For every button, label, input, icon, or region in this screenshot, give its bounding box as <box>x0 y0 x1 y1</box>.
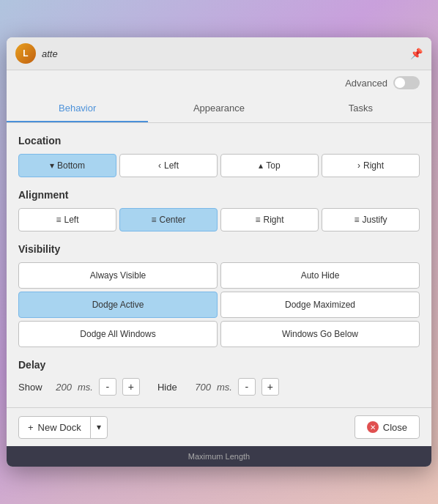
close-button[interactable]: ✕ Close <box>355 415 420 439</box>
show-unit: ms. <box>78 382 93 393</box>
show-minus-button[interactable]: - <box>99 378 116 396</box>
tab-tasks[interactable]: Tasks <box>290 95 431 122</box>
alignment-title: Alignment <box>18 189 420 201</box>
app-title: atte <box>42 48 58 59</box>
visibility-dodge-maximized-button[interactable]: Dodge Maximized <box>220 292 420 318</box>
visibility-always-visible-button[interactable]: Always Visible <box>18 262 218 289</box>
location-bottom-button[interactable]: ▾ Bottom <box>18 154 116 177</box>
hide-value: 700 <box>189 382 211 393</box>
bottom-icon: ▾ <box>50 160 54 171</box>
hide-unit: ms. <box>217 382 232 393</box>
new-dock-plus-icon: + <box>28 422 34 433</box>
pin-icon[interactable]: 📌 <box>410 48 423 59</box>
show-value: 200 <box>50 382 72 393</box>
close-label: Close <box>383 422 407 433</box>
left-icon: ‹ <box>158 160 161 171</box>
align-justify-icon: ≡ <box>354 215 359 225</box>
dropdown-arrow-icon: ▾ <box>97 422 101 432</box>
alignment-justify-button[interactable]: ≡ Justify <box>322 208 420 231</box>
footer: + New Dock ▾ ✕ Close <box>7 407 431 446</box>
close-circle-icon: ✕ <box>367 421 379 433</box>
delay-title: Delay <box>18 359 420 371</box>
location-top-button[interactable]: ▴ Top <box>220 154 319 177</box>
main-window: L atte 📌 Advanced Behavior Appearance Ta… <box>7 37 431 467</box>
location-title: Location <box>18 135 420 147</box>
show-label: Show <box>18 382 44 393</box>
visibility-windows-go-below-button[interactable]: Windows Go Below <box>220 321 420 347</box>
top-icon: ▴ <box>259 160 263 171</box>
left-label: Left <box>164 160 179 171</box>
advanced-toggle[interactable] <box>393 76 420 89</box>
new-dock-main[interactable]: + New Dock <box>19 417 91 438</box>
location-right-button[interactable]: › Right <box>322 154 420 177</box>
tabs-bar: Behavior Appearance Tasks <box>7 95 431 123</box>
titlebar: L atte 📌 <box>7 37 431 70</box>
close-x-icon: ✕ <box>370 423 376 431</box>
delay-section: Show 200 ms. - + Hide 700 ms. - + <box>18 378 420 396</box>
align-center-icon: ≡ <box>151 215 156 225</box>
bottom-label: Bottom <box>57 160 85 171</box>
align-left-label: Left <box>64 215 79 225</box>
new-dock-button[interactable]: + New Dock ▾ <box>18 416 108 439</box>
content-area: Location ▾ Bottom ‹ Left ▴ Top › Right A… <box>7 123 431 407</box>
visibility-dodge-active-button[interactable]: Dodge Active <box>18 292 218 318</box>
align-right-label: Right <box>264 215 284 225</box>
visibility-dodge-all-windows-button[interactable]: Dodge All Windows <box>18 321 218 347</box>
align-center-label: Center <box>159 215 185 225</box>
tab-behavior[interactable]: Behavior <box>7 95 148 122</box>
location-group: ▾ Bottom ‹ Left ▴ Top › Right <box>18 154 420 177</box>
hide-plus-button[interactable]: + <box>261 378 279 396</box>
hide-label: Hide <box>157 382 183 393</box>
advanced-label: Advanced <box>345 78 387 89</box>
align-left-icon: ≡ <box>56 215 61 225</box>
new-dock-dropdown-button[interactable]: ▾ <box>91 417 107 437</box>
visibility-grid: Always Visible Auto Hide Dodge Active Do… <box>18 262 420 347</box>
right-icon: › <box>357 160 360 171</box>
alignment-group: ≡ Left ≡ Center ≡ Right ≡ Justify <box>18 208 420 231</box>
tab-appearance[interactable]: Appearance <box>148 95 289 122</box>
bottom-bar: Maximum Length <box>7 446 431 467</box>
alignment-left-button[interactable]: ≡ Left <box>18 208 116 231</box>
titlebar-left: L atte <box>15 43 58 64</box>
align-right-icon: ≡ <box>255 215 260 225</box>
new-dock-label: New Dock <box>38 422 81 433</box>
location-left-button[interactable]: ‹ Left <box>119 154 218 177</box>
visibility-auto-hide-button[interactable]: Auto Hide <box>220 262 420 289</box>
top-label: Top <box>266 160 280 171</box>
right-label: Right <box>363 160 384 171</box>
bottom-bar-label: Maximum Length <box>188 452 250 461</box>
app-icon: L <box>15 43 36 64</box>
visibility-title: Visibility <box>18 243 420 255</box>
delay-show-row: Show 200 ms. - + Hide 700 ms. - + <box>18 378 420 396</box>
show-plus-button[interactable]: + <box>122 378 140 396</box>
advanced-row: Advanced <box>7 70 431 95</box>
hide-minus-button[interactable]: - <box>238 378 256 396</box>
alignment-center-button[interactable]: ≡ Center <box>119 208 218 231</box>
align-justify-label: Justify <box>363 215 387 225</box>
alignment-right-button[interactable]: ≡ Right <box>220 208 319 231</box>
